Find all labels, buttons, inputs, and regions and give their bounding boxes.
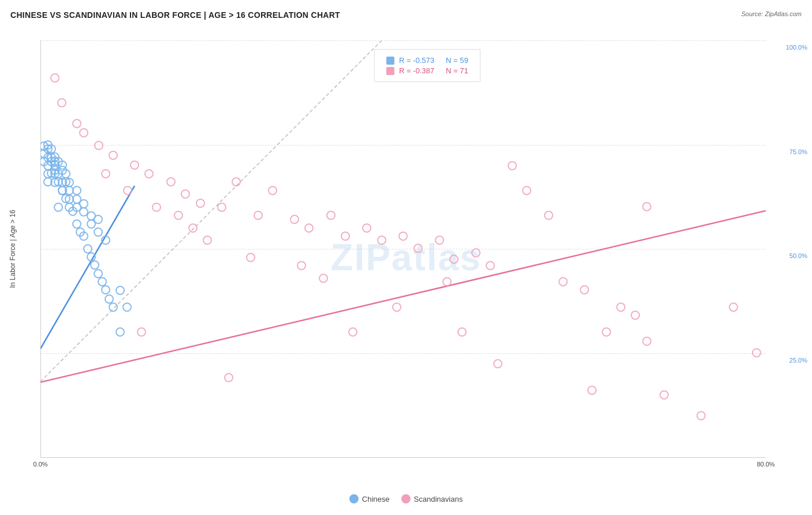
- y-tick-100: 100.0%: [786, 44, 807, 51]
- gridline-0: [40, 457, 766, 458]
- svg-point-116: [123, 303, 131, 311]
- y-tick-50: 50.0%: [789, 252, 807, 259]
- bottom-legend-dot-scandinavians: [401, 494, 411, 503]
- svg-point-8: [145, 170, 153, 178]
- svg-point-15: [269, 186, 277, 195]
- svg-point-9: [167, 178, 175, 186]
- svg-point-42: [189, 224, 197, 232]
- svg-point-28: [508, 162, 516, 170]
- y-axis-label: In Labor Force | Age > 16: [9, 210, 17, 288]
- svg-point-32: [580, 286, 588, 294]
- svg-point-24: [435, 236, 444, 244]
- svg-point-60: [643, 203, 651, 211]
- svg-point-118: [54, 203, 62, 211]
- svg-point-30: [545, 211, 553, 219]
- svg-point-17: [305, 224, 313, 232]
- svg-point-109: [91, 261, 99, 269]
- svg-point-47: [349, 328, 357, 336]
- svg-point-14: [254, 211, 262, 219]
- x-tick-0: 0.0%: [33, 461, 47, 468]
- svg-point-56: [137, 328, 146, 336]
- bottom-legend-dot-chinese: [349, 494, 359, 503]
- svg-point-53: [660, 391, 668, 399]
- svg-line-1: [40, 211, 766, 382]
- svg-point-29: [523, 186, 531, 195]
- svg-point-7: [131, 161, 139, 169]
- svg-point-39: [124, 186, 132, 195]
- svg-point-4: [73, 120, 81, 128]
- svg-point-19: [341, 232, 349, 240]
- svg-point-3: [51, 74, 59, 82]
- svg-point-11: [196, 199, 204, 207]
- svg-point-55: [729, 303, 737, 311]
- bottom-legend: Chinese Scandinavians: [349, 494, 463, 503]
- svg-point-26: [472, 249, 480, 257]
- svg-point-52: [643, 337, 651, 345]
- svg-point-36: [58, 99, 66, 107]
- svg-point-115: [116, 286, 124, 294]
- svg-point-18: [327, 211, 335, 219]
- svg-point-38: [102, 170, 110, 178]
- bottom-legend-label-chinese: Chinese: [362, 495, 390, 503]
- svg-point-10: [181, 190, 189, 198]
- svg-point-112: [102, 286, 110, 294]
- svg-point-88: [94, 215, 102, 223]
- y-tick-75: 75.0%: [789, 148, 807, 155]
- svg-point-6: [109, 151, 117, 159]
- svg-point-58: [393, 303, 401, 311]
- x-tick-80: 80.0%: [757, 461, 774, 468]
- svg-point-85: [80, 208, 88, 216]
- svg-point-5: [95, 141, 103, 150]
- svg-point-104: [73, 220, 81, 228]
- svg-point-21: [378, 236, 386, 244]
- chart-container: CHINESE VS SCANDINAVIAN IN LABOR FORCE |…: [0, 0, 812, 515]
- svg-point-113: [105, 295, 113, 303]
- svg-point-111: [98, 278, 106, 286]
- svg-point-31: [559, 278, 567, 286]
- svg-point-25: [450, 255, 458, 263]
- source-label: Source: ZipAtlas.com: [741, 10, 802, 17]
- svg-point-84: [80, 200, 88, 208]
- svg-point-44: [247, 253, 255, 262]
- svg-point-40: [152, 203, 161, 211]
- y-tick-25: 25.0%: [789, 357, 807, 364]
- svg-point-89: [94, 228, 102, 236]
- svg-point-81: [73, 186, 81, 195]
- bottom-legend-chinese: Chinese: [349, 494, 390, 503]
- svg-point-41: [174, 211, 182, 219]
- svg-point-51: [588, 386, 596, 394]
- svg-point-34: [617, 303, 625, 311]
- svg-point-35: [631, 311, 639, 319]
- svg-point-12: [218, 203, 226, 211]
- svg-point-27: [486, 262, 494, 270]
- svg-point-59: [753, 349, 761, 357]
- svg-point-13: [232, 178, 240, 186]
- svg-point-49: [458, 328, 466, 336]
- svg-point-37: [80, 129, 88, 137]
- svg-point-114: [109, 303, 117, 311]
- svg-point-117: [116, 328, 124, 336]
- svg-point-22: [399, 232, 407, 240]
- chart-title: CHINESE VS SCANDINAVIAN IN LABOR FORCE |…: [10, 10, 340, 20]
- bottom-legend-scandinavians: Scandinavians: [401, 494, 463, 503]
- svg-point-110: [94, 270, 102, 278]
- svg-point-33: [602, 328, 610, 336]
- svg-point-20: [363, 224, 371, 232]
- svg-point-107: [84, 245, 92, 253]
- svg-point-23: [414, 244, 422, 252]
- svg-point-48: [443, 278, 451, 286]
- svg-point-16: [290, 215, 299, 223]
- bottom-legend-label-scandinavians: Scandinavians: [414, 495, 463, 503]
- svg-point-45: [297, 262, 306, 270]
- svg-point-57: [225, 374, 233, 382]
- svg-point-50: [494, 360, 502, 368]
- svg-point-43: [203, 236, 211, 244]
- svg-point-46: [319, 274, 327, 282]
- plot-area: [40, 40, 766, 457]
- svg-point-54: [697, 412, 705, 420]
